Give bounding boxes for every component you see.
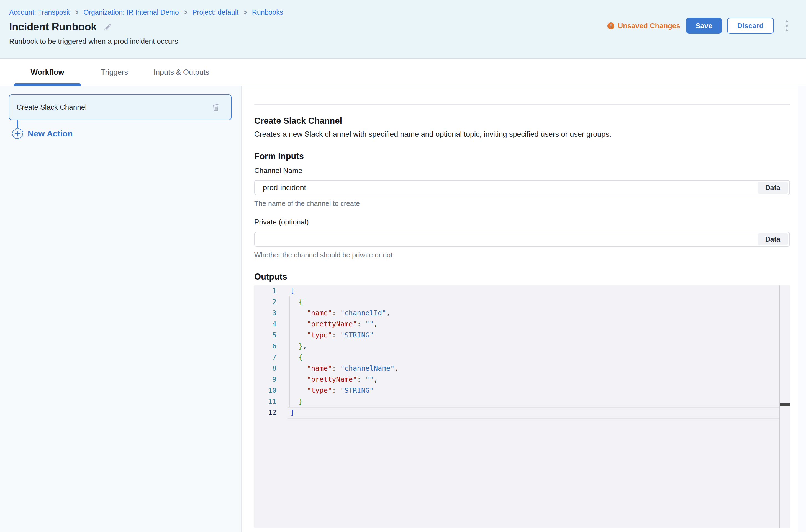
- tab-bar: Workflow Triggers Inputs & Outputs: [0, 59, 806, 86]
- unsaved-changes-badge: ! Unsaved Changes: [607, 22, 680, 30]
- section-divider: [254, 104, 790, 105]
- edit-title-pencil-icon[interactable]: [103, 23, 112, 32]
- private-label: Private (optional): [254, 218, 790, 226]
- workflow-steps-panel: Create Slack Channel New Action: [0, 86, 242, 532]
- code-line: 9 "prettyName": "",: [254, 374, 790, 385]
- code-line: 8 "name": "channelName",: [254, 363, 790, 374]
- private-helper: Whether the channel should be private or…: [254, 251, 790, 259]
- action-detail-description: Creates a new Slack channel with specifi…: [254, 130, 790, 139]
- discard-button[interactable]: Discard: [727, 18, 774, 34]
- line-number: 11: [254, 396, 276, 407]
- private-input-wrap: Data: [254, 232, 790, 247]
- page-scrollbar-gutter[interactable]: [798, 86, 806, 532]
- page-subtitle: Runbook to be triggered when a prod inci…: [9, 37, 789, 46]
- outputs-code-editor[interactable]: 1[2 {3 "name": "channelId",4 "prettyName…: [254, 285, 790, 528]
- app-window: Account: Transposit > Organization: IR I…: [0, 0, 806, 532]
- channel-name-label: Channel Name: [254, 166, 790, 175]
- channel-name-helper: The name of the channel to create: [254, 200, 790, 208]
- line-number: 4: [254, 319, 276, 330]
- breadcrumb-runbooks[interactable]: Runbooks: [252, 8, 283, 16]
- code-line: 1[: [254, 285, 790, 297]
- line-number: 2: [254, 297, 276, 307]
- channel-name-input[interactable]: [263, 184, 757, 192]
- outputs-heading: Outputs: [254, 272, 790, 282]
- line-number: 5: [254, 330, 276, 341]
- chevron-right-icon: >: [75, 8, 78, 17]
- private-input[interactable]: [263, 235, 757, 244]
- chevron-right-icon: >: [184, 8, 187, 17]
- code-line: 11 }: [254, 396, 790, 407]
- line-number: 8: [254, 363, 276, 374]
- code-line: 10 "type": "STRING": [254, 385, 790, 396]
- channel-name-input-wrap: Data: [254, 180, 790, 195]
- code-line: 5 "type": "STRING": [254, 330, 790, 341]
- workflow-action-card[interactable]: Create Slack Channel: [9, 94, 232, 120]
- cursor-position-mark: [780, 403, 790, 406]
- line-number: 12: [254, 407, 276, 418]
- delete-action-trash-icon[interactable]: [211, 103, 220, 112]
- action-detail-panel: Create Slack Channel Creates a new Slack…: [242, 86, 806, 532]
- code-line: 6 },: [254, 341, 790, 352]
- breadcrumb-project[interactable]: Project: default: [192, 8, 238, 16]
- line-number: 3: [254, 307, 276, 319]
- outputs-code-lines: 1[2 {3 "name": "channelId",4 "prettyName…: [254, 285, 790, 418]
- save-button[interactable]: Save: [686, 18, 722, 34]
- editor-overview-ruler[interactable]: [780, 285, 790, 528]
- action-detail-title: Create Slack Channel: [254, 116, 790, 126]
- tab-workflow[interactable]: Workflow: [14, 59, 81, 86]
- private-data-button[interactable]: Data: [757, 233, 788, 245]
- page-header: Account: Transposit > Organization: IR I…: [0, 0, 806, 59]
- code-line: 12]: [254, 407, 790, 418]
- new-action-label: New Action: [28, 129, 73, 138]
- more-options-kebab-icon[interactable]: [784, 19, 790, 33]
- code-line: 3 "name": "channelId",: [254, 307, 790, 319]
- code-line: 4 "prettyName": "",: [254, 319, 790, 330]
- breadcrumb-account[interactable]: Account: Transposit: [9, 8, 70, 16]
- tab-triggers[interactable]: Triggers: [81, 59, 148, 86]
- unsaved-changes-label: Unsaved Changes: [618, 22, 680, 30]
- page-title: Incident Runbook: [9, 21, 97, 33]
- line-number: 9: [254, 374, 276, 385]
- line-number: 6: [254, 341, 276, 352]
- tab-inputs-outputs[interactable]: Inputs & Outputs: [148, 59, 215, 86]
- chevron-right-icon: >: [244, 8, 247, 17]
- step-connector-line: [17, 120, 18, 128]
- line-number: 10: [254, 385, 276, 396]
- breadcrumb: Account: Transposit > Organization: IR I…: [9, 8, 789, 16]
- warning-exclamation-icon: !: [607, 22, 614, 29]
- channel-name-data-button[interactable]: Data: [757, 182, 788, 194]
- new-action-button[interactable]: New Action: [12, 128, 232, 139]
- code-line: 7 {: [254, 352, 790, 363]
- line-number: 7: [254, 352, 276, 363]
- plus-icon: [12, 128, 23, 139]
- breadcrumb-organization[interactable]: Organization: IR Internal Demo: [84, 8, 179, 16]
- code-line: 2 {: [254, 297, 790, 307]
- form-inputs-heading: Form Inputs: [254, 151, 790, 162]
- line-number: 1: [254, 285, 276, 297]
- action-card-label: Create Slack Channel: [17, 103, 87, 112]
